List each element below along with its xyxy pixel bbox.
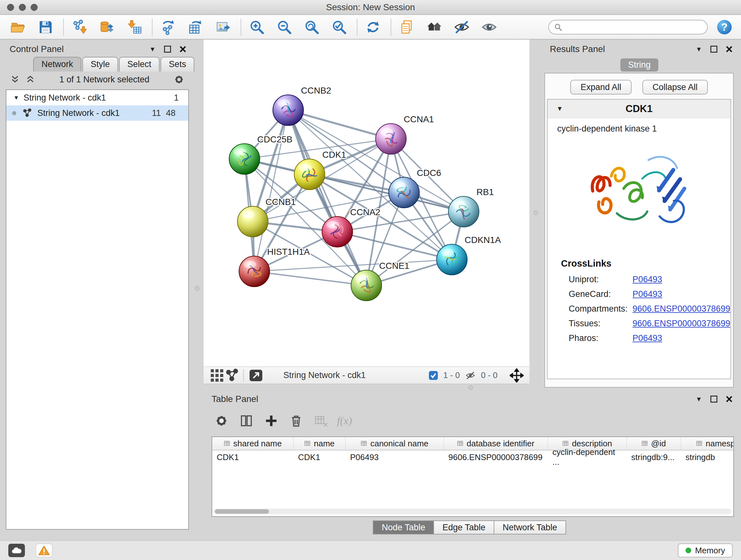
splitter-handle[interactable]	[195, 286, 199, 291]
pan-move-icon[interactable]	[510, 368, 524, 382]
network-canvas[interactable]: CCNB2CCNA1CDC25BCDK1CDC6RB1CCNB1CCNA2CDK…	[204, 40, 529, 367]
show-elements-button[interactable]	[479, 17, 499, 37]
home-button[interactable]	[424, 17, 444, 37]
crosslink-pharos-link[interactable]: P06493	[632, 333, 662, 343]
column-header-id[interactable]: @id	[627, 437, 681, 450]
export-network-button[interactable]	[247, 367, 265, 384]
selected-checkbox-icon[interactable]	[428, 371, 438, 380]
column-header-namespace[interactable]: namespace	[681, 437, 734, 450]
new-table-button[interactable]	[186, 17, 205, 37]
delete-column-button[interactable]	[287, 412, 305, 430]
splitter-handle[interactable]	[468, 385, 473, 390]
import-network-database-button[interactable]	[97, 17, 117, 37]
network-node-CCNB1[interactable]	[238, 206, 268, 237]
gear-icon[interactable]	[174, 74, 185, 85]
column-header-shared-name[interactable]: shared name	[212, 437, 293, 450]
network-node-CCNE1[interactable]	[351, 270, 382, 301]
delete-table-button[interactable]	[312, 412, 330, 430]
export-image-button[interactable]	[213, 17, 233, 37]
panel-close-icon[interactable]: ×	[726, 46, 733, 53]
crosslink-genecard-link[interactable]: P06493	[632, 289, 662, 299]
panel-float-icon[interactable]	[711, 395, 718, 402]
minimize-window-button[interactable]	[19, 4, 26, 11]
zoom-in-button[interactable]	[247, 17, 267, 37]
gene-section-header[interactable]: ▼ CDK1	[548, 100, 731, 118]
table-row[interactable]: CDK1 CDK1 P06493 9606.ENSP00000378699 cy…	[212, 450, 734, 464]
column-header-canonical-name[interactable]: canonical name	[346, 437, 444, 450]
panel-close-icon[interactable]: ×	[726, 395, 733, 402]
help-button[interactable]: ?	[716, 19, 733, 36]
network-overview-button[interactable]	[225, 367, 240, 384]
add-column-button[interactable]	[262, 412, 280, 430]
zoom-fit-button[interactable]	[302, 17, 322, 37]
network-node-CDK1[interactable]	[294, 159, 325, 190]
crosslink-uniprot-link[interactable]: P06493	[632, 274, 662, 285]
crosslink-compartments-link[interactable]: 9606.ENSP00000378699	[632, 304, 730, 314]
network-node-CDC25B[interactable]	[229, 144, 260, 174]
scrollbar-thumb[interactable]	[215, 509, 269, 514]
hide-elements-button[interactable]	[452, 17, 472, 37]
refresh-view-button[interactable]	[363, 17, 383, 37]
close-window-button[interactable]	[7, 4, 14, 11]
panel-float-icon[interactable]	[711, 46, 718, 53]
network-node-CCNA2[interactable]	[322, 216, 353, 247]
panel-collapse-icon[interactable]: ▼	[696, 396, 702, 402]
cloud-button[interactable]	[8, 544, 25, 557]
tab-style[interactable]: Style	[82, 57, 118, 71]
network-edge-HIST1H1A-CCNE1[interactable]	[254, 271, 366, 286]
new-network-button[interactable]	[158, 17, 178, 37]
horizontal-scrollbar[interactable]	[214, 509, 731, 514]
panel-float-icon[interactable]	[164, 46, 171, 53]
network-node-CDKN1A[interactable]	[436, 244, 467, 275]
function-builder-button[interactable]: f(x)	[337, 415, 352, 427]
toolbar-search[interactable]	[548, 20, 708, 35]
network-selected-status: 1 of 1 Network selected	[35, 75, 174, 84]
network-node-CDC6[interactable]	[389, 177, 419, 208]
tab-sets[interactable]: Sets	[160, 57, 194, 71]
zoom-selected-button[interactable]	[329, 17, 349, 37]
network-node-RB1[interactable]	[448, 196, 479, 227]
expand-all-button[interactable]: Expand All	[570, 80, 631, 95]
copy-document-button[interactable]	[397, 17, 417, 37]
node-label-CCNA2: CCNA2	[350, 207, 381, 217]
expander-icon[interactable]: ▼	[13, 95, 19, 101]
tab-node-table[interactable]: Node Table	[373, 520, 434, 535]
import-network-file-button[interactable]	[70, 17, 89, 37]
panel-collapse-icon[interactable]: ▼	[149, 46, 156, 52]
tab-edge-table[interactable]: Edge Table	[433, 520, 494, 535]
column-header-database-identifier[interactable]: database identifier	[444, 437, 548, 450]
show-columns-button[interactable]	[238, 412, 255, 430]
zoom-out-button[interactable]	[274, 17, 294, 37]
expand-all-icon[interactable]	[25, 75, 35, 84]
network-node-CCNA1[interactable]	[376, 124, 406, 154]
open-session-button[interactable]	[8, 17, 28, 37]
tab-string[interactable]: String	[620, 58, 658, 71]
network-node-HIST1H1A[interactable]	[239, 256, 270, 287]
zoom-window-button[interactable]	[30, 4, 38, 11]
network-edge-CCNB2-CCNE1[interactable]	[288, 110, 366, 286]
collapse-all-icon[interactable]	[10, 75, 20, 84]
birdseye-button[interactable]	[209, 367, 225, 384]
memory-button[interactable]: Memory	[678, 543, 733, 557]
column-header-name[interactable]: name	[293, 437, 346, 450]
crosslink-tissues-link[interactable]: 9606.ENSP00000378699	[632, 319, 730, 328]
hidden-eye-icon[interactable]	[465, 371, 476, 380]
network-node-CCNB2[interactable]	[273, 95, 304, 125]
panel-collapse-icon[interactable]: ▼	[696, 46, 702, 52]
main-toolbar: ?	[0, 15, 741, 40]
table-settings-button[interactable]	[212, 412, 230, 430]
collapse-all-button[interactable]: Collapse All	[643, 80, 708, 95]
import-table-file-button[interactable]	[125, 17, 144, 37]
network-row[interactable]: String Network - cdk1 11 48	[6, 105, 188, 121]
splitter-handle[interactable]	[534, 210, 538, 215]
tab-select[interactable]: Select	[119, 57, 159, 71]
tab-network[interactable]: Network	[33, 57, 81, 71]
search-input[interactable]	[565, 22, 699, 32]
save-session-button[interactable]	[36, 17, 56, 37]
warnings-button[interactable]	[36, 544, 52, 557]
toolbar-separator	[243, 369, 244, 382]
tab-network-table[interactable]: Network Table	[494, 520, 566, 535]
network-collection-row[interactable]: ▼ String Network - cdk1 1	[6, 90, 188, 105]
panel-close-icon[interactable]: ×	[179, 46, 186, 53]
collapse-section-icon[interactable]: ▼	[556, 105, 563, 112]
